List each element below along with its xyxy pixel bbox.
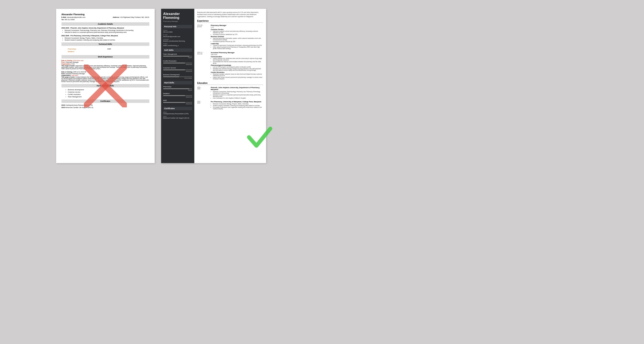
skill-pharmasys: PharmaSys Expert	[163, 86, 192, 91]
edu-right-2: 2002 - 2006 Pre-Pharmacy, University of …	[197, 101, 263, 110]
skill-emr: EMR Advanced	[163, 100, 192, 105]
technical-skills: PharmaSys EMR Meditech	[62, 47, 149, 53]
skill-customer-service: Customer Service Advanced	[163, 67, 192, 72]
right-title: Pharmacy Manager	[163, 20, 192, 22]
skill-meditech: Meditech Advanced	[163, 93, 192, 98]
education-section-title: Education	[197, 82, 263, 85]
left-resume: Alexander Flemming E-Mail: alexander@pen…	[56, 9, 155, 163]
email-info: E-mail alexander@penicillin.com	[163, 34, 192, 37]
twitter-info: Twitter twitter.com/flemming_a	[163, 43, 192, 46]
work-section-header: Work Experience	[62, 55, 149, 59]
cert-right-2: 2015 Advanced Cardiac Life Support (ACLS…	[163, 116, 192, 119]
hard-skills-heading: Hard Skills	[163, 81, 192, 85]
work-experience: Date of Joining: 2013-08 to now Post: Ph…	[62, 60, 149, 82]
skill-business-development: Business Development Intermediate	[163, 74, 192, 79]
left-contact-line1: E-Mail: alexander@penicillin.com Address…	[62, 16, 149, 18]
skill-conflict-resolution: Conflict Resolution Advanced	[163, 60, 192, 65]
edu-bullets-2: Relevant Coursework: Biology, Physics, M…	[62, 37, 149, 41]
edu-year-1: 2006-2009 - PharmD, John Hopkins Univers…	[62, 27, 149, 29]
left-certificates: 2016 Cardiopulmonary Resuscitation (CPR)…	[62, 104, 149, 108]
soft-skills-heading: Soft Skills	[163, 49, 192, 52]
cert-right-1: 2016 Cardiopulmonary Resuscitation (CPR)	[163, 111, 192, 114]
edu-bullets-1: Relevant Coursework: Pharmacology, Pharm…	[62, 30, 149, 33]
right-sidebar: Alexander Flemming Pharmacy Manager Pers…	[161, 9, 194, 163]
right-name: Alexander Flemming	[163, 12, 192, 20]
work-entry-1: Date of Joining: 2013-08 to now Post: Ph…	[62, 60, 149, 70]
email-contact: E-Mail: alexander@penicillin.com	[62, 16, 86, 18]
cert-1: 2016 Cardiopulmonary Resuscitation (CPR)	[62, 104, 149, 106]
linkedin-info: Linkedin linkedin.com/alexander.flemming	[163, 39, 192, 42]
hard-soft-section-header: Hard and Soft Skills	[62, 84, 149, 88]
exp-entry-1: 2013-08 - present Pharmacy Manager CVS C…	[197, 25, 263, 50]
work-entry-2: Date of Joining: 2009-12 to 2013-08 Post…	[62, 71, 149, 82]
technical-section-header: Technical Skills	[62, 43, 149, 46]
experience-section-title: Experience	[197, 20, 263, 23]
address-contact: Address: 134 Rightward Way Portland, ME,…	[113, 16, 149, 18]
right-main-content: Experienced retail pharmacist with 8+ ye…	[194, 9, 266, 163]
left-header: Alexander Flemming E-Mail: alexander@pen…	[62, 13, 149, 21]
tel-contact: Tel: 555-212-5556	[62, 19, 149, 21]
edu-year-2: 2002-2006 - Pre-Pharmacy, University of …	[62, 35, 149, 37]
edu-right-1: 2009 - 2006 PharmD, John Hopkins Univers…	[197, 87, 263, 99]
edu-entry-2: 2002-2006 - Pre-Pharmacy, University of …	[62, 35, 149, 41]
right-resume: Alexander Flemming Pharmacy Manager Pers…	[161, 9, 266, 163]
edu-entry-1: 2006-2009 - PharmD, John Hopkins Univers…	[62, 27, 149, 33]
left-name: Alexander Flemming	[62, 13, 149, 16]
hard-soft-skills: Business development Customer service Co…	[62, 89, 149, 98]
academic-section-header: Academic Details	[62, 22, 149, 26]
certificates-heading: Certificates	[163, 107, 192, 110]
exp-entry-2: 2009-12 - 2013-08 Assistant Pharmacy Man…	[197, 52, 263, 80]
cert-2: 2015 Advanced Cardiac Life Support (ACLS…	[62, 107, 149, 108]
personal-info-heading: Personal Info	[163, 25, 192, 28]
skill-team-management: Team Management Expert	[163, 53, 192, 58]
phone-info: Phone 555-212-5556	[163, 30, 192, 33]
right-summary: Experienced retail pharmacist with 8+ ye…	[197, 11, 263, 18]
certificates-section-header: Certificates	[62, 100, 149, 103]
